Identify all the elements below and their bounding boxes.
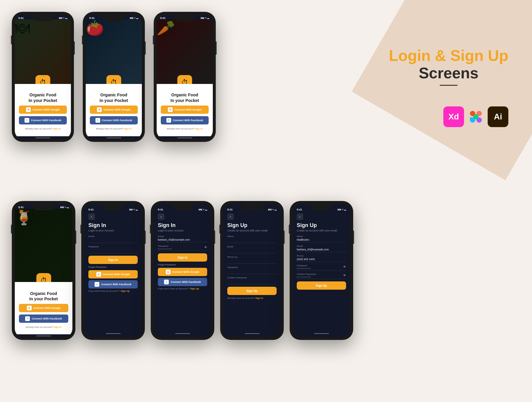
phone-1-inner: 9:41 ▮▮▮ ≋ ▬ 🍽 ⏱ Organic FoodIn your Poc…: [15, 15, 71, 139]
top-row-phones: 9:41 ▮▮▮ ≋ ▬ 🍽 ⏱ Organic FoodIn your Poc…: [12, 12, 216, 142]
signup-btn-8[interactable]: Sign Up: [297, 281, 346, 290]
home-indicator-2: [106, 137, 121, 138]
wifi-icon-6: ≋: [203, 208, 205, 211]
google-btn-2[interactable]: G Connect With Google: [90, 106, 138, 114]
sign-in-link-1[interactable]: Sign In: [53, 127, 61, 130]
notch-6: [172, 204, 193, 210]
eye-icon-8b[interactable]: 👁: [343, 274, 346, 277]
facebook-btn-3[interactable]: f Connect With Facebook: [161, 116, 209, 124]
screen-subtitle-6: Login to your Account: [158, 229, 207, 232]
google-icon-2: G: [97, 107, 102, 112]
tools-area: Xd Ai: [443, 106, 508, 127]
notch-2: [103, 15, 124, 21]
title-line2: Screens: [389, 64, 508, 82]
food-image-2: 🍅 ⏱: [86, 20, 142, 84]
email-label-6: Email: [158, 235, 207, 238]
wifi-icon-2: ≋: [134, 17, 136, 19]
google-btn-4[interactable]: G Connect With Google: [19, 304, 68, 312]
password-input-7[interactable]: [227, 269, 277, 273]
phone-2-inner: 9:41 ▮▮▮ ≋ ▬ 🍅 ⏱ Organic FoodIn your Poc…: [86, 15, 142, 139]
email-input-5[interactable]: [88, 238, 138, 242]
battery-icon: ▬: [65, 17, 67, 19]
signup-content-filled: ‹ Sign Up Create an account with your em…: [297, 213, 346, 332]
facebook-btn-5[interactable]: f Connect With Facebook: [88, 280, 138, 288]
email-input-7[interactable]: [227, 249, 277, 252]
sign-in-link-2[interactable]: Sign In: [124, 127, 132, 130]
signin-link-7[interactable]: Sign In: [255, 297, 263, 299]
facebook-btn-4[interactable]: f Connect With Facebook: [19, 315, 68, 323]
facebook-label-2: Connect With Facebook: [102, 119, 132, 122]
email-value-6[interactable]: barbara_93@example.com: [158, 238, 207, 241]
facebook-label-6: Connect With Facebook: [171, 281, 201, 283]
password-group-8: Password •••••••••••• 👁: [297, 264, 346, 270]
confirm-label-7: Confirm Password: [227, 276, 277, 279]
phone-content-3: Organic FoodIn your Pocket G Connect Wit…: [157, 84, 213, 136]
bottom-text-5: If you don't have an Account ? Sign Up: [88, 290, 138, 292]
signal-icon-5: ▮▮▮: [129, 208, 133, 211]
facebook-label-3: Connect With Facebook: [173, 119, 203, 122]
figma-icon: [470, 111, 482, 123]
home-indicator-7: [245, 333, 259, 334]
signup-btn-7[interactable]: Sign Up: [227, 287, 277, 295]
phone-3: 9:41 ▮▮▮ ≋ ▬ 🥕 ⏱ Organic FoodIn your Poc…: [154, 12, 216, 142]
google-btn-1[interactable]: G Connect With Google: [19, 106, 67, 114]
signup-link-6[interactable]: Sign Up: [190, 287, 199, 290]
email-label-8: Email: [297, 245, 346, 247]
sign-in-link-4[interactable]: Sign In: [54, 326, 62, 328]
eye-icon-6[interactable]: 👁: [204, 246, 207, 249]
signup-link-5[interactable]: Sign Up: [121, 290, 129, 292]
phone-value-8[interactable]: (326) 929 1403: [297, 258, 346, 261]
app-logo-3: ⏱: [177, 75, 192, 84]
password-input-5[interactable]: [88, 249, 138, 252]
google-btn-6[interactable]: G Connect With Google: [158, 268, 207, 276]
google-icon-6: G: [166, 270, 171, 274]
phone-label-8: Phone: [297, 255, 346, 257]
google-label-2: Connect With Google: [103, 108, 130, 111]
notch-4: [33, 204, 54, 210]
organic-title-4: Organic FoodIn your Pocket: [29, 291, 58, 302]
email-group-7: Email: [227, 245, 277, 253]
facebook-icon-4: f: [25, 316, 30, 321]
name-value-8[interactable]: Madbrains: [297, 238, 346, 241]
email-value-8[interactable]: barbara_93@example.com: [297, 248, 346, 251]
google-btn-5[interactable]: G Connect With Google: [88, 270, 138, 278]
name-input-7[interactable]: [227, 238, 277, 242]
password-label-8: Password: [297, 264, 343, 267]
status-icons-4: ▮▮▮ ≋ ▬: [60, 206, 69, 208]
home-indicator-8: [314, 333, 329, 334]
back-btn-6[interactable]: ‹: [158, 213, 164, 220]
screen-title-8: Sign Up: [297, 222, 346, 228]
eye-icon-8[interactable]: 👁: [343, 265, 346, 268]
time-1: 9:41: [18, 17, 24, 20]
signup-content-empty: ‹ Sign Up Create an account with your em…: [227, 213, 277, 332]
app-logo-2: ⏱: [106, 75, 121, 84]
google-btn-3[interactable]: G Connect With Google: [161, 106, 209, 114]
forgot-pwd-6[interactable]: Forgot Password: [158, 263, 207, 266]
signin-btn-5[interactable]: Sign In: [88, 256, 138, 264]
signin-btn-6[interactable]: Sign In: [158, 253, 207, 262]
forgot-pwd-5[interactable]: Forgot Password: [88, 266, 138, 268]
phone-input-7[interactable]: [227, 259, 277, 262]
facebook-btn-2[interactable]: f Connect With Facebook: [90, 116, 138, 124]
home-indicator-3: [177, 137, 192, 138]
signal-icon: ▮▮▮: [59, 17, 62, 19]
back-btn-7[interactable]: ‹: [227, 213, 234, 220]
wifi-icon: ≋: [63, 17, 65, 19]
back-btn-5[interactable]: ‹: [88, 213, 95, 220]
phone-6: 9:41 ▮▮▮ ≋ ▬ ‹ Sign In Login to your Acc…: [151, 201, 214, 340]
time-2: 9:41: [89, 17, 95, 20]
password-label-6: Password: [158, 245, 204, 247]
organic-title-2: Organic FoodIn your Pocket: [100, 92, 128, 103]
sign-in-link-3[interactable]: Sign In: [195, 127, 203, 130]
facebook-btn-6[interactable]: f Connect With Facebook: [158, 278, 207, 286]
name-label-7: Name: [227, 235, 277, 238]
back-btn-8[interactable]: ‹: [297, 213, 303, 220]
signal-icon-4: ▮▮▮: [60, 206, 64, 208]
facebook-btn-1[interactable]: f Connect With Facebook: [19, 116, 67, 124]
status-icons-6: ▮▮▮ ≋ ▬: [199, 208, 207, 211]
time-4: 9:41: [18, 206, 24, 209]
confirm-input-7[interactable]: [227, 280, 277, 283]
bottom-row-phones: 9:41 ▮▮▮ ≋ ▬ 🍹 ⏱ Organic FoodIn your Poc…: [12, 201, 353, 340]
facebook-icon-2: f: [95, 118, 100, 123]
phone-8: 9:41 ▮▮▮ ≋ ▬ ‹ Sign Up Create an account…: [290, 201, 353, 340]
